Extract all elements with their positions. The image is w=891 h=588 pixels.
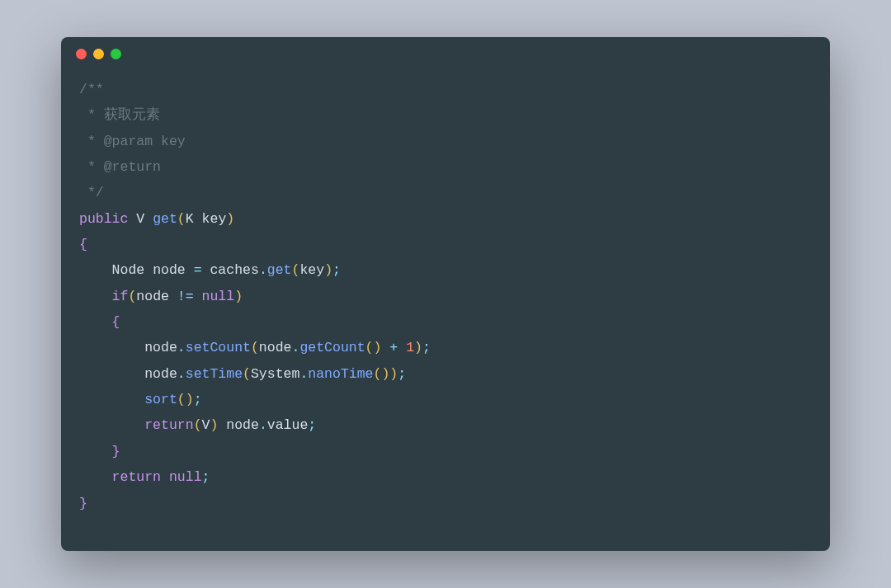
var-node: node bbox=[226, 417, 259, 433]
indent bbox=[79, 340, 144, 355]
comment-line: /** bbox=[79, 82, 104, 97]
keyword-public: public bbox=[79, 211, 128, 227]
var-node: node bbox=[144, 340, 177, 355]
call-nanoTime: nanoTime bbox=[308, 366, 373, 382]
code-block: /** * 获取元素 * @param key * @return */ pub… bbox=[61, 70, 830, 523]
var-node: node bbox=[153, 262, 186, 278]
comment-line: * @param key bbox=[79, 134, 186, 149]
arg-key: key bbox=[299, 262, 324, 278]
type-V: V bbox=[202, 417, 210, 433]
dot: . bbox=[177, 366, 186, 382]
rparen: ) bbox=[186, 392, 194, 407]
titlebar bbox=[61, 37, 830, 70]
maximize-icon[interactable] bbox=[111, 49, 121, 59]
rparen: ) bbox=[226, 211, 234, 227]
rparen: ) bbox=[414, 340, 422, 355]
lbrace: { bbox=[112, 314, 120, 330]
semicolon: ; bbox=[308, 417, 316, 433]
semicolon: ; bbox=[332, 262, 341, 278]
lparen: ( bbox=[374, 366, 382, 382]
call-setTime: setTime bbox=[186, 366, 243, 382]
indent bbox=[79, 314, 112, 330]
rparen: ) bbox=[389, 366, 398, 382]
keyword-return: return bbox=[112, 469, 161, 485]
rparen: ) bbox=[374, 340, 382, 355]
space bbox=[194, 211, 202, 227]
comment-line: * @return bbox=[79, 159, 161, 175]
semicolon: ; bbox=[194, 392, 202, 407]
lparen: ( bbox=[365, 340, 374, 355]
space bbox=[144, 262, 153, 278]
method-get: get bbox=[153, 211, 177, 227]
space bbox=[218, 417, 226, 433]
field-value: value bbox=[267, 417, 309, 433]
close-icon[interactable] bbox=[76, 49, 87, 59]
var-node: node bbox=[259, 340, 292, 355]
var-node: node bbox=[144, 366, 177, 382]
rbrace: } bbox=[112, 444, 120, 459]
rparen: ) bbox=[210, 417, 218, 433]
lparen: ( bbox=[177, 392, 186, 407]
dot: . bbox=[259, 417, 267, 433]
equals: = bbox=[186, 262, 210, 278]
semicolon: ; bbox=[422, 340, 431, 355]
indent bbox=[79, 262, 112, 278]
keyword-return: return bbox=[144, 417, 193, 433]
comment-line: */ bbox=[79, 185, 104, 200]
keyword-if: if bbox=[112, 289, 129, 304]
type-Node: Node bbox=[112, 262, 145, 278]
call-sort: sort bbox=[144, 392, 177, 407]
space bbox=[144, 211, 153, 227]
space bbox=[128, 211, 136, 227]
var-node: node bbox=[136, 289, 169, 304]
code-window: /** * 获取元素 * @param key * @return */ pub… bbox=[61, 37, 830, 551]
type-K: K bbox=[186, 211, 194, 227]
rbrace: } bbox=[79, 496, 87, 511]
lparen: ( bbox=[243, 366, 251, 382]
rparen: ) bbox=[381, 366, 389, 382]
dot: . bbox=[291, 340, 299, 355]
minimize-icon[interactable] bbox=[93, 49, 104, 59]
indent bbox=[79, 392, 144, 407]
lbrace: { bbox=[79, 237, 87, 252]
call-setCount: setCount bbox=[186, 340, 251, 355]
dot: . bbox=[259, 262, 267, 278]
space bbox=[161, 469, 169, 485]
lparen: ( bbox=[194, 417, 202, 433]
lparen: ( bbox=[177, 211, 186, 227]
semicolon: ; bbox=[398, 366, 406, 382]
param-key: key bbox=[202, 211, 227, 227]
keyword-null: null bbox=[202, 289, 235, 304]
number-1: 1 bbox=[406, 340, 414, 355]
dot: . bbox=[299, 366, 308, 382]
neq: != bbox=[169, 289, 202, 304]
lparen: ( bbox=[128, 289, 136, 304]
var-caches: caches bbox=[210, 262, 258, 278]
indent bbox=[79, 366, 144, 382]
dot: . bbox=[177, 340, 186, 355]
indent bbox=[79, 444, 112, 459]
keyword-null: null bbox=[169, 469, 202, 485]
semicolon: ; bbox=[202, 469, 210, 485]
rparen: ) bbox=[234, 289, 243, 304]
type-V: V bbox=[136, 211, 144, 227]
indent bbox=[79, 417, 144, 433]
lparen: ( bbox=[292, 262, 300, 278]
indent bbox=[79, 289, 112, 304]
rparen: ) bbox=[324, 262, 332, 278]
indent bbox=[79, 469, 112, 485]
type-System: System bbox=[251, 366, 299, 382]
plus: + bbox=[381, 340, 406, 355]
comment-line: * 获取元素 bbox=[79, 107, 160, 123]
call-get: get bbox=[267, 262, 292, 278]
lparen: ( bbox=[251, 340, 259, 355]
call-getCount: getCount bbox=[299, 340, 365, 355]
